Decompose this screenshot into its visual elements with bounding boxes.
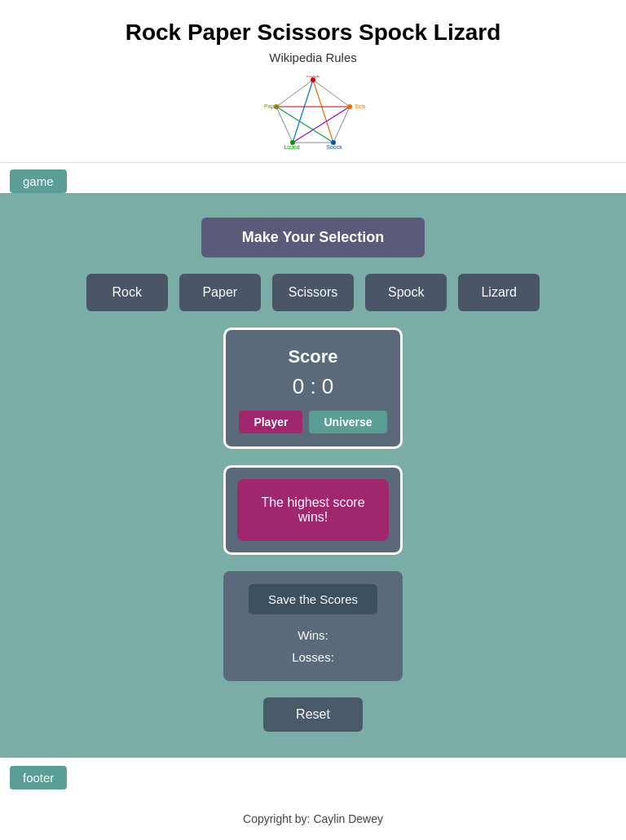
save-section: Save the Scores Wins: Losses: — [223, 571, 403, 681]
universe-label: Universe — [309, 411, 386, 433]
game-tab[interactable]: game — [10, 169, 67, 193]
game-area: Make Your Selection Rock Paper Scissors … — [0, 193, 626, 758]
header: Rock Paper Scissors Spock Lizard Wikiped… — [0, 0, 626, 163]
score-labels: Player Universe — [239, 411, 387, 433]
svg-marker-5 — [276, 80, 350, 143]
pentagram-diagram: Rock Scissors Spock Lizard Paper — [260, 76, 366, 149]
selection-banner: Make Your Selection — [201, 218, 425, 257]
svg-text:Rock: Rock — [306, 76, 320, 78]
spock-button[interactable]: Spock — [365, 274, 447, 311]
player-label: Player — [239, 411, 302, 433]
svg-text:Paper: Paper — [264, 103, 280, 110]
wikipedia-rules-label: Wikipedia Rules — [16, 51, 610, 64]
tab-bar: game — [0, 163, 626, 193]
footer-bar: footer — [0, 758, 626, 798]
score-title: Score — [239, 346, 387, 367]
wins-losses-display: Wins: Losses: — [292, 624, 334, 668]
page-title: Rock Paper Scissors Spock Lizard — [16, 20, 610, 46]
save-scores-button[interactable]: Save the Scores — [249, 584, 377, 614]
copyright: Copyright by: Caylin Dewey — [0, 798, 626, 840]
losses-label: Losses: — [292, 646, 334, 668]
message-text: The highest score wins! — [237, 479, 389, 541]
score-numbers: 0 : 0 — [239, 374, 387, 399]
message-box: The highest score wins! — [223, 465, 403, 555]
reset-button[interactable]: Reset — [263, 697, 363, 732]
svg-text:Lizard: Lizard — [284, 144, 299, 149]
diagram-container: Rock Scissors Spock Lizard Paper — [16, 76, 610, 149]
svg-line-0 — [313, 80, 333, 143]
scissors-button[interactable]: Scissors — [272, 274, 354, 311]
footer-tab[interactable]: footer — [10, 766, 67, 789]
svg-line-1 — [293, 80, 313, 143]
svg-text:Spock: Spock — [326, 144, 342, 149]
lizard-button[interactable]: Lizard — [458, 274, 540, 311]
svg-text:Scissors: Scissors — [355, 103, 366, 109]
wins-label: Wins: — [292, 624, 334, 646]
score-card: Score 0 : 0 Player Universe — [223, 328, 403, 449]
choices-row: Rock Paper Scissors Spock Lizard — [86, 274, 540, 311]
paper-button[interactable]: Paper — [179, 274, 261, 311]
svg-point-7 — [347, 104, 352, 109]
rock-button[interactable]: Rock — [86, 274, 168, 311]
